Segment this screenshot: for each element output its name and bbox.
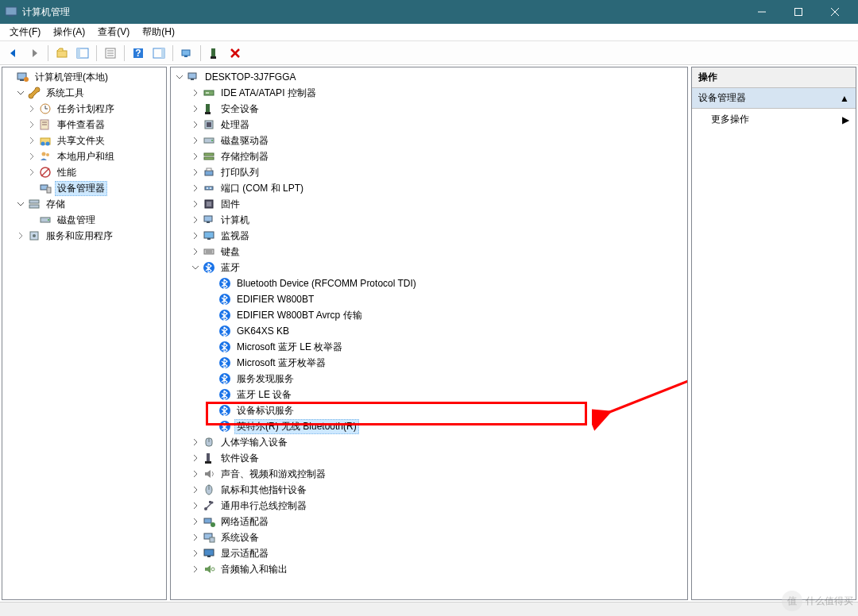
chevron-right-icon[interactable] <box>190 151 201 162</box>
tree-event-viewer[interactable]: 事件查看器 <box>2 117 166 133</box>
tree-services-apps[interactable]: 服务和应用程序 <box>2 228 166 244</box>
device-category[interactable]: 键盘 <box>171 244 687 260</box>
bluetooth-device[interactable]: Microsoft 蓝牙 LE 枚举器 <box>171 339 687 355</box>
help-button[interactable]: ? <box>129 44 147 62</box>
device-tree-pane[interactable]: DESKTOP-3J7FGGAIDE ATA/ATAPI 控制器安全设备处理器磁… <box>170 67 688 600</box>
add-legacy-button[interactable] <box>206 44 223 62</box>
device-category[interactable]: 固件 <box>171 196 687 212</box>
bluetooth-device[interactable]: GK64XS KB <box>171 323 687 339</box>
svg-rect-69 <box>207 238 211 240</box>
bluetooth-device[interactable]: 英特尔(R) 无线 Bluetooth(R) <box>171 418 687 434</box>
chevron-right-icon[interactable] <box>190 103 201 114</box>
bluetooth-device[interactable]: 设备标识服务 <box>171 402 687 418</box>
chevron-down-icon[interactable] <box>15 198 26 210</box>
device-category[interactable]: 端口 (COM 和 LPT) <box>171 180 687 196</box>
device-category[interactable]: 系统设备 <box>171 529 687 545</box>
chevron-right-icon[interactable] <box>190 230 201 241</box>
up-level-button[interactable] <box>53 44 71 62</box>
device-category[interactable]: 网络适配器 <box>171 514 687 529</box>
device-category[interactable]: 监视器 <box>171 228 687 244</box>
forward-button[interactable] <box>25 44 43 62</box>
close-button[interactable] <box>817 0 853 24</box>
tree-performance[interactable]: 性能 <box>2 164 166 180</box>
chevron-down-icon[interactable] <box>174 71 185 83</box>
chevron-right-icon[interactable] <box>26 119 37 130</box>
show-hide-tree-button[interactable] <box>74 44 91 62</box>
chevron-right-icon[interactable] <box>26 167 37 178</box>
device-category[interactable]: 安全设备 <box>171 101 687 117</box>
chevron-right-icon[interactable] <box>190 87 201 98</box>
tree-local-users[interactable]: 本地用户和组 <box>2 148 166 164</box>
chevron-right-icon[interactable] <box>26 135 37 146</box>
tree-device-manager[interactable]: 设备管理器 <box>2 180 166 196</box>
chevron-right-icon[interactable] <box>190 119 201 130</box>
device-category-bluetooth[interactable]: 蓝牙 <box>171 260 687 275</box>
device-category[interactable]: 磁盘驱动器 <box>171 133 687 148</box>
menu-file[interactable]: 文件(F) <box>3 24 47 40</box>
tree-disk-management[interactable]: 磁盘管理 <box>2 212 166 228</box>
menu-view[interactable]: 查看(V) <box>91 24 136 40</box>
chevron-down-icon[interactable] <box>15 87 26 98</box>
bluetooth-icon <box>218 293 231 306</box>
chevron-right-icon[interactable] <box>190 246 201 257</box>
more-actions[interactable]: 更多操作 ▶ <box>692 109 856 130</box>
chevron-right-icon[interactable] <box>190 484 201 495</box>
bluetooth-device[interactable]: Microsoft 蓝牙枚举器 <box>171 355 687 371</box>
bluetooth-device[interactable]: Bluetooth Device (RFCOMM Protocol TDI) <box>171 275 687 291</box>
menu-help[interactable]: 帮助(H) <box>136 24 181 40</box>
device-category[interactable]: IDE ATA/ATAPI 控制器 <box>171 85 687 101</box>
chevron-right-icon[interactable] <box>190 516 201 527</box>
maximize-button[interactable] <box>780 0 817 24</box>
uninstall-button[interactable] <box>226 44 244 62</box>
chevron-right-icon[interactable] <box>26 103 37 114</box>
device-category[interactable]: 软件设备 <box>171 450 687 466</box>
scan-hardware-button[interactable] <box>178 44 195 62</box>
bluetooth-device[interactable]: EDIFIER W800BT Avrcp 传输 <box>171 307 687 323</box>
chevron-right-icon[interactable] <box>15 230 26 241</box>
chevron-right-icon[interactable] <box>190 532 201 543</box>
device-category[interactable]: 显示适配器 <box>171 545 687 561</box>
svg-point-35 <box>42 152 46 156</box>
device-category[interactable]: 计算机 <box>171 212 687 228</box>
menu-action[interactable]: 操作(A) <box>47 24 91 40</box>
chevron-right-icon[interactable] <box>190 183 201 194</box>
tree-storage[interactable]: 存储 <box>2 196 166 212</box>
actions-category[interactable]: 设备管理器 ▲ <box>692 88 856 109</box>
console-tree-pane[interactable]: 计算机管理(本地) 系统工具 任务计划程序 事件查看器 共享文件夹 本地用户和组… <box>2 67 167 600</box>
chevron-right-icon[interactable] <box>190 214 201 225</box>
chevron-right-icon[interactable] <box>190 564 201 575</box>
chevron-right-icon[interactable] <box>190 452 201 464</box>
device-category[interactable]: 鼠标和其他指针设备 <box>171 482 687 498</box>
chevron-right-icon[interactable] <box>190 167 201 178</box>
chevron-right-icon[interactable] <box>190 500 201 511</box>
device-category[interactable]: 打印队列 <box>171 164 687 180</box>
device-category[interactable]: 处理器 <box>171 117 687 133</box>
chevron-right-icon[interactable] <box>26 151 37 162</box>
device-category[interactable]: 通用串行总线控制器 <box>171 498 687 514</box>
chevron-down-icon[interactable] <box>190 262 201 273</box>
tree-shared-folders[interactable]: 共享文件夹 <box>2 133 166 148</box>
bluetooth-device[interactable]: 服务发现服务 <box>171 371 687 387</box>
bluetooth-device[interactable]: EDIFIER W800BT <box>171 291 687 307</box>
watermark: 值 什么值得买 <box>782 591 853 611</box>
bluetooth-device[interactable]: 蓝牙 LE 设备 <box>171 387 687 402</box>
chevron-right-icon[interactable] <box>190 198 201 210</box>
chevron-right-icon[interactable] <box>190 135 201 146</box>
chevron-right-icon[interactable] <box>190 548 201 559</box>
minimize-button[interactable] <box>744 0 780 24</box>
properties-button[interactable] <box>102 44 119 62</box>
device-category[interactable]: 存储控制器 <box>171 148 687 164</box>
device-category[interactable]: 音频输入和输出 <box>171 561 687 577</box>
chevron-right-icon[interactable] <box>190 437 201 448</box>
tree-system-tools[interactable]: 系统工具 <box>2 85 166 101</box>
device-category[interactable]: 人体学输入设备 <box>171 434 687 450</box>
tree-task-scheduler[interactable]: 任务计划程序 <box>2 101 166 117</box>
collapse-icon[interactable]: ▲ <box>840 93 849 104</box>
device-category[interactable]: 声音、视频和游戏控制器 <box>171 466 687 482</box>
show-hide-action-button[interactable] <box>150 44 168 62</box>
category-icon <box>203 87 215 99</box>
device-root[interactable]: DESKTOP-3J7FGGA <box>171 69 687 85</box>
chevron-right-icon[interactable] <box>190 468 201 479</box>
back-button[interactable] <box>5 44 22 62</box>
tree-root[interactable]: 计算机管理(本地) <box>2 69 166 85</box>
